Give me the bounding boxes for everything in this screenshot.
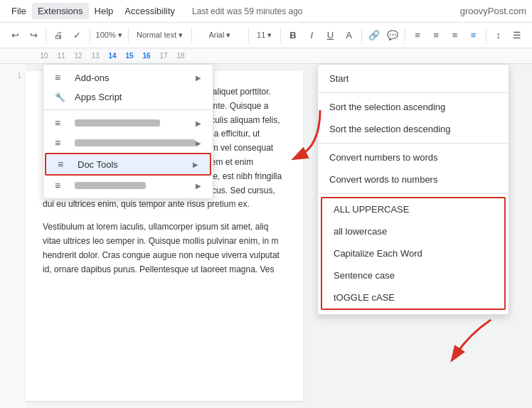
align-justify-button[interactable]: ≡ bbox=[465, 26, 482, 45]
blurred-icon-2: ≡ bbox=[55, 137, 69, 149]
blurred-arrow-1: ▶ bbox=[196, 119, 201, 127]
last-edit-text: Last edit was 59 minutes ago bbox=[192, 6, 302, 16]
menubar: File Extensions Help Accessibility Last … bbox=[0, 0, 532, 23]
submenu-sort-asc[interactable]: Sort the selection ascending bbox=[318, 96, 509, 118]
submenu-divider-2 bbox=[318, 143, 509, 144]
print-button[interactable]: 🖨 bbox=[50, 26, 67, 45]
align-left-button[interactable]: ≡ bbox=[409, 26, 426, 45]
submenu-divider-1 bbox=[318, 92, 509, 93]
align-right-button[interactable]: ≡ bbox=[446, 26, 463, 45]
toolbar-separator-8 bbox=[405, 28, 405, 43]
main-area: 1 porta non lectus. Maecenas a enim nec … bbox=[0, 64, 532, 408]
ruler-mark: 13 bbox=[87, 52, 104, 60]
extensions-dropdown[interactable]: ≡ Add-ons ▶ 🔧 Apps Script ≡ ▶ ≡ ▶ ≡ Doc … bbox=[43, 64, 213, 199]
submenu-conv-words-num[interactable]: Convert words to numbers bbox=[318, 168, 509, 190]
ruler-mark: 12 bbox=[70, 52, 87, 60]
blurred-icon-1: ≡ bbox=[55, 117, 69, 129]
doc-tools-arrow: ▶ bbox=[193, 161, 198, 168]
menu-divider-1 bbox=[43, 109, 213, 110]
blurred-text-2 bbox=[75, 139, 196, 146]
menu-help[interactable]: Help bbox=[89, 3, 119, 19]
toolbar-separator-4 bbox=[191, 28, 192, 43]
blurred-arrow-3: ▶ bbox=[196, 182, 201, 190]
addons-label: Add-ons bbox=[75, 73, 109, 83]
red-arrow-2 bbox=[441, 313, 505, 370]
apps-script-label: Apps Script bbox=[75, 92, 122, 102]
undo-button[interactable]: ↩ bbox=[6, 26, 23, 45]
paragraph-2: Vestibulum at lorem iaculis, ullamcorper… bbox=[43, 220, 286, 277]
spellcheck-button[interactable]: ✓ bbox=[69, 26, 86, 45]
submenu-toggle[interactable]: tOGGLE cASE bbox=[322, 286, 504, 308]
ruler-mark: 10 bbox=[36, 52, 53, 60]
toolbar-separator-5 bbox=[248, 28, 249, 43]
doc-tools-label: Doc Tools bbox=[78, 159, 118, 170]
ruler-mark: 15 bbox=[121, 52, 138, 60]
blurred-item-3[interactable]: ≡ ▶ bbox=[43, 176, 213, 195]
blurred-icon-3: ≡ bbox=[55, 180, 69, 191]
toolbar-separator-1 bbox=[46, 28, 46, 43]
bold-button[interactable]: B bbox=[284, 26, 302, 45]
doc-tools-icon: ≡ bbox=[58, 159, 72, 170]
toolbar-separator-9 bbox=[486, 28, 486, 43]
line-number: 1 bbox=[0, 71, 21, 80]
font-button[interactable]: Arial ▾ bbox=[195, 26, 244, 45]
submenu-sort-desc[interactable]: Sort the selection descending bbox=[318, 118, 509, 140]
submenu-all-upper[interactable]: ALL UPPERCASE bbox=[322, 198, 504, 220]
doc-tools-submenu[interactable]: Start Sort the selection ascending Sort … bbox=[317, 64, 509, 315]
zoom-button[interactable]: 100% ▾ bbox=[94, 26, 124, 45]
submenu-cap-word[interactable]: Capitalize Each Word bbox=[322, 242, 504, 264]
color-button[interactable]: A bbox=[341, 26, 358, 45]
blurred-text-3 bbox=[75, 182, 146, 189]
link-button[interactable]: 🔗 bbox=[366, 26, 383, 45]
line-numbers: 1 bbox=[0, 64, 26, 408]
apps-script-icon: 🔧 bbox=[55, 92, 69, 102]
addons-icon: ≡ bbox=[55, 72, 69, 83]
toolbar-separator-3 bbox=[128, 28, 129, 43]
menu-addons[interactable]: ≡ Add-ons ▶ bbox=[43, 68, 213, 87]
font-size-button[interactable]: 11 ▾ bbox=[252, 26, 277, 45]
underline-button[interactable]: U bbox=[321, 26, 339, 45]
ruler-mark: 18 bbox=[172, 52, 189, 60]
submenu-divider-3 bbox=[318, 193, 509, 194]
site-name: groovyPost.com bbox=[460, 6, 526, 16]
comment-button[interactable]: 💬 bbox=[384, 26, 401, 45]
addons-arrow: ▶ bbox=[196, 74, 201, 82]
case-group: ALL UPPERCASE all lowercase Capitalize E… bbox=[321, 197, 506, 310]
ruler-mark: 11 bbox=[53, 52, 70, 60]
list-button[interactable]: ☰ bbox=[509, 26, 526, 45]
align-center-button[interactable]: ≡ bbox=[427, 26, 445, 45]
blurred-arrow-2: ▶ bbox=[196, 139, 201, 147]
submenu-conv-num-words[interactable]: Convert numbers to words bbox=[318, 146, 509, 168]
submenu-sentence[interactable]: Sentence case bbox=[322, 264, 504, 286]
menu-file[interactable]: File bbox=[6, 3, 32, 19]
menu-accessibility[interactable]: Accessibility bbox=[119, 3, 181, 19]
toolbar-separator-6 bbox=[280, 28, 281, 43]
ruler-mark: 16 bbox=[138, 52, 155, 60]
redo-button[interactable]: ↪ bbox=[25, 26, 42, 45]
toolbar-separator-2 bbox=[90, 28, 90, 43]
menu-apps-script[interactable]: 🔧 Apps Script bbox=[43, 87, 213, 107]
line-spacing-button[interactable]: ↕ bbox=[490, 26, 507, 45]
normal-text-button[interactable]: Normal text ▾ bbox=[132, 26, 188, 45]
menu-doc-tools[interactable]: ≡ Doc Tools ▶ bbox=[45, 153, 211, 176]
blurred-item-2[interactable]: ≡ ▶ bbox=[43, 133, 213, 153]
toolbar: ↩ ↪ 🖨 ✓ 100% ▾ Normal text ▾ Arial ▾ 11 … bbox=[0, 23, 532, 48]
menu-extensions[interactable]: Extensions bbox=[32, 3, 89, 19]
submenu-start[interactable]: Start bbox=[318, 68, 509, 90]
italic-button[interactable]: I bbox=[303, 26, 320, 45]
ruler-mark: 14 bbox=[104, 52, 121, 60]
blurred-text-1 bbox=[75, 119, 160, 127]
submenu-all-lower[interactable]: all lowercase bbox=[322, 220, 504, 242]
ruler-numbers: 10 11 12 13 14 15 16 17 18 bbox=[36, 52, 189, 60]
blurred-item-1[interactable]: ≡ ▶ bbox=[43, 113, 213, 133]
ruler: 10 11 12 13 14 15 16 17 18 bbox=[0, 48, 532, 64]
ruler-mark: 17 bbox=[155, 52, 172, 60]
toolbar-separator-7 bbox=[361, 28, 362, 43]
